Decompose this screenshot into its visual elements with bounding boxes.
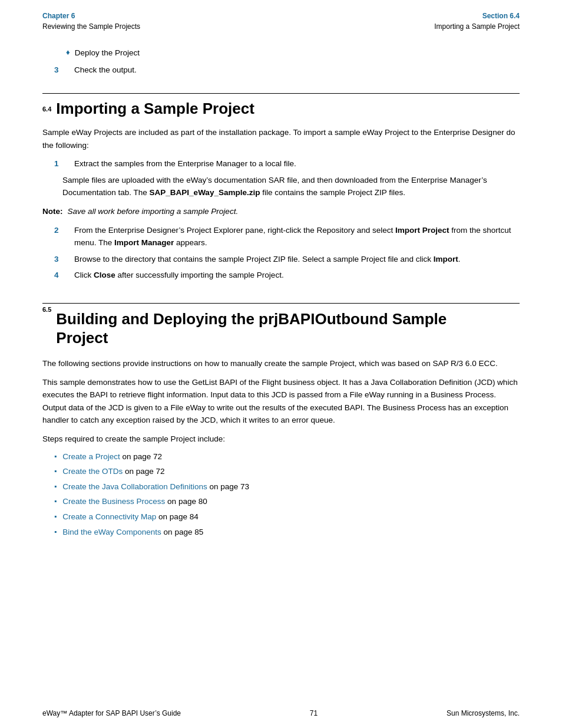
step4-bold: Close [94, 271, 115, 279]
section64-step2: 2 From the Enterprise Designer’s Project… [42, 224, 520, 249]
step2-start: From the Enterprise Designer’s Project E… [74, 226, 395, 235]
page: Chapter 6 Reviewing the Sample Projects … [0, 0, 562, 728]
step2-end: appears. [174, 238, 207, 247]
step3-end: . [458, 255, 461, 263]
list-bullet-icon: ▪ [54, 512, 57, 521]
link-list: ▪Create a Project on page 72▪Create the … [42, 450, 520, 539]
list-bullet-icon: ▪ [54, 482, 57, 491]
list-item-text: Bind the eWay Components on page 85 [62, 526, 203, 539]
list-link-5[interactable]: Bind the eWay Components [62, 528, 161, 536]
step3-text-64: Browse to the directory that contains th… [74, 253, 461, 266]
step4-end: after successfully importing the sample … [115, 271, 284, 279]
list-bullet-icon: ▪ [54, 497, 57, 506]
section65-divider [42, 303, 520, 304]
section64-step3: 3 Browse to the directory that contains … [42, 253, 520, 266]
list-item: ▪Create the Java Collaboration Definitio… [42, 480, 520, 493]
bullet-diamond-icon: ♦ [66, 48, 70, 57]
list-item: ▪Create a Connectivity Map on page 84 [42, 510, 520, 523]
step1-bold: SAP_BAPI_eWay_Sample.zip [150, 188, 260, 197]
section65-para1: The following sections provide instructi… [42, 357, 520, 370]
step2-bold2: Import Manager [114, 238, 174, 247]
section65-number: 6.5 [42, 306, 51, 313]
list-item: ▪Create the OTDs on page 72 [42, 465, 520, 478]
list-link-0[interactable]: Create a Project [62, 452, 120, 461]
section65-heading: 6.5 Building and Deploying the prjBAPIOu… [42, 309, 520, 348]
step3-start: Browse to the directory that contains th… [74, 255, 434, 263]
content-area: ♦ Deploy the Project 3 Check the output.… [0, 35, 562, 564]
step1-text: Extract the samples from the Enterprise … [74, 157, 296, 170]
section64-step4: 4 Click Close after successfully importi… [42, 269, 520, 282]
section-label: Section 6.4 [434, 11, 520, 21]
footer-left: eWay™ Adapter for SAP BAPI User’s Guide [42, 709, 181, 717]
step-check-output: 3 Check the output. [42, 64, 520, 77]
step2-text: From the Enterprise Designer’s Project E… [74, 224, 520, 249]
chapter-sub: Reviewing the Sample Projects [42, 21, 140, 32]
intro-bullet-item: ♦ Deploy the Project [42, 47, 520, 59]
step3-number: 3 [54, 64, 71, 77]
list-link-1[interactable]: Create the OTDs [62, 467, 123, 476]
footer-right: Sun Microsystems, Inc. [447, 709, 520, 717]
list-bullet-icon: ▪ [54, 452, 57, 461]
list-item: ▪Create the Business Process on page 80 [42, 495, 520, 508]
section65-title-block: Building and Deploying the prjBAPIOutbou… [56, 309, 447, 348]
steps-intro: Steps required to create the sample Proj… [42, 433, 520, 446]
page-footer: eWay™ Adapter for SAP BAPI User’s Guide … [0, 709, 562, 717]
chapter-label: Chapter 6 [42, 11, 140, 21]
section64-number: 6.4 [42, 106, 51, 113]
list-link-4[interactable]: Create a Connectivity Map [62, 512, 156, 521]
list-item-text: Create the Business Process on page 80 [62, 495, 207, 508]
list-link-2[interactable]: Create the Java Collaboration Definition… [62, 482, 207, 491]
section64-divider [42, 93, 520, 94]
step4-start: Click [74, 271, 94, 279]
page-header: Chapter 6 Reviewing the Sample Projects … [0, 0, 562, 35]
step1-sub-end: file contains the sample Project ZIP fil… [260, 188, 405, 197]
header-left: Chapter 6 Reviewing the Sample Projects [42, 11, 140, 32]
list-item: ▪Bind the eWay Components on page 85 [42, 526, 520, 539]
step2-num: 2 [54, 224, 71, 237]
footer-center: 71 [310, 709, 318, 717]
section65-title-line2: Project [56, 328, 447, 348]
note-label: Note: [42, 205, 63, 218]
note-line: Note: Save all work before importing a s… [42, 205, 520, 218]
step1-num: 1 [54, 157, 71, 170]
list-bullet-icon: ▪ [54, 528, 57, 536]
step3-num: 3 [54, 253, 71, 266]
bullet-deploy: Deploy the Project [75, 47, 140, 59]
list-item-text: Create a Project on page 72 [62, 450, 162, 463]
note-text: Save all work before importing a sample … [68, 205, 239, 218]
header-right: Section 6.4 Importing a Sample Project [434, 11, 520, 32]
section-sub: Importing a Sample Project [434, 21, 520, 32]
section65-title-line1: Building and Deploying the prjBAPIOutbou… [56, 309, 447, 329]
step1-sub-para: Sample files are uploaded with the eWay’… [62, 174, 520, 199]
list-bullet-icon: ▪ [54, 467, 57, 476]
list-item: ▪Create a Project on page 72 [42, 450, 520, 463]
list-link-3[interactable]: Create the Business Process [62, 497, 165, 506]
section64-heading: 6.4 Importing a Sample Project [42, 100, 520, 118]
section64-step1: 1 Extract the samples from the Enterpris… [42, 157, 520, 170]
section64-intro: Sample eWay Projects are included as par… [42, 126, 520, 151]
list-item-text: Create a Connectivity Map on page 84 [62, 510, 198, 523]
step4-num: 4 [54, 269, 71, 282]
step2-bold1: Import Project [395, 226, 449, 235]
section64-title: Importing a Sample Project [56, 100, 254, 118]
list-item-text: Create the Java Collaboration Definition… [62, 480, 249, 493]
list-item-text: Create the OTDs on page 72 [62, 465, 164, 478]
step4-text: Click Close after successfully importing… [74, 269, 284, 282]
step3-text: Check the output. [74, 64, 137, 77]
step3-bold: Import [434, 255, 458, 263]
section65-para2: This sample demonstrates how to use the … [42, 376, 520, 427]
